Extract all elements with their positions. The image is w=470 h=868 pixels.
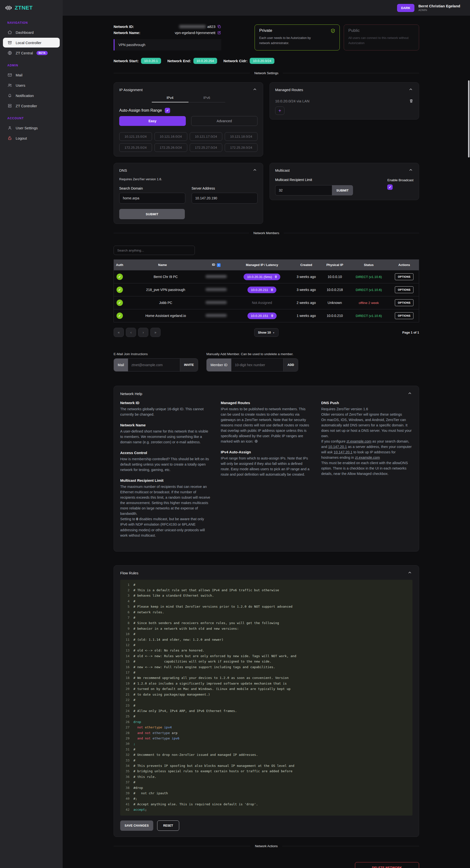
sidebar-item-zt-central[interactable]: ZT CentralBETA: [3, 48, 60, 58]
search-domain-input[interactable]: [119, 193, 185, 204]
dns-submit-button[interactable]: SUBMIT: [119, 209, 185, 219]
server-address-input[interactable]: [192, 193, 258, 204]
member-id-input[interactable]: [231, 359, 283, 371]
collapse-chevron-icon[interactable]: [407, 570, 412, 576]
delete-ip-icon[interactable]: [274, 275, 278, 278]
advanced-mode-button[interactable]: Advanced: [191, 116, 258, 126]
flow-rules-title: Flow Rules: [120, 571, 138, 575]
column-header-auth[interactable]: Auth: [114, 259, 126, 270]
sidebar-item-local-controller[interactable]: Local Controller: [3, 38, 60, 48]
copy-icon[interactable]: [217, 25, 221, 29]
members-search-input[interactable]: [113, 246, 195, 255]
add-member-button[interactable]: ADD: [283, 359, 298, 371]
ip-range-chip[interactable]: 10.121.18.0/24: [225, 132, 258, 141]
collapse-chevron-icon[interactable]: [408, 167, 413, 173]
collapse-chevron-icon[interactable]: [408, 87, 413, 92]
sidebar-item-label: Notification: [16, 94, 34, 98]
help-link[interactable]: 10.147.20.1: [334, 450, 352, 454]
help-column: Network IDThe networks globally unique 1…: [120, 401, 211, 544]
sidebar-item-user-settings[interactable]: User Settings: [3, 123, 60, 133]
enable-broadcast-checkbox[interactable]: ✓: [387, 184, 393, 190]
options-button[interactable]: OPTIONS: [395, 299, 413, 306]
ip-range-chip[interactable]: 10.121.16.0/24: [155, 132, 187, 141]
ip-range-chip[interactable]: 172.25.27.0/24: [190, 143, 223, 152]
delete-route-icon[interactable]: [409, 99, 413, 103]
auto-assign-checkbox[interactable]: ✓: [165, 108, 170, 113]
last-page-button[interactable]: »: [150, 328, 161, 337]
sidebar-item-mail[interactable]: Mail: [3, 70, 60, 80]
multicast-limit-input[interactable]: [275, 185, 332, 195]
options-button[interactable]: OPTIONS: [395, 286, 413, 293]
help-link[interactable]: zt.example.com: [355, 456, 380, 460]
options-button[interactable]: OPTIONS: [395, 312, 413, 319]
code-text: # turned on by default on Mac and Window…: [133, 686, 291, 692]
sidebar-item-notification[interactable]: Notification: [3, 91, 60, 100]
add-route-button[interactable]: +: [275, 106, 284, 115]
authorized-check-icon[interactable]: ✓: [116, 286, 123, 293]
delete-ip-icon[interactable]: [270, 314, 274, 317]
sidebar-item-zt-controller[interactable]: ZT Controller: [3, 101, 60, 111]
ip-range-chip[interactable]: 10.121.15.0/24: [119, 132, 152, 141]
authorized-check-icon[interactable]: ✓: [116, 312, 123, 319]
sidebar-item-dashboard[interactable]: Dashboard: [3, 27, 60, 37]
user-name: Bernt Christian Egeland: [418, 4, 460, 8]
sidebar-item-users[interactable]: Users: [3, 80, 60, 90]
ip-range-options: 10.121.15.0/2410.121.16.0/2410.121.17.0/…: [119, 132, 258, 152]
authorized-check-icon[interactable]: ✓: [116, 300, 123, 306]
collapse-chevron-icon[interactable]: [252, 167, 258, 173]
next-page-button[interactable]: ›: [138, 328, 148, 337]
sidebar-item-logout[interactable]: Logout: [3, 133, 60, 143]
theme-toggle-badge[interactable]: DARK: [397, 4, 415, 12]
delete-ip-icon[interactable]: [270, 288, 274, 291]
column-header-managed-ip-latency[interactable]: Managed IP / Latency: [233, 259, 291, 270]
table-row: ✓Bernt Chr I9 PC10.0.20.31 (5ms)3 weeks …: [114, 270, 419, 283]
network-description[interactable]: VPN passthrough: [113, 39, 221, 51]
ip-range-chip[interactable]: 172.25.25.0/24: [119, 143, 152, 152]
invite-email-input[interactable]: [128, 359, 180, 371]
ip-range-chip[interactable]: 10.121.17.0/24: [190, 132, 223, 141]
sort-descending-icon[interactable]: ▼: [217, 263, 221, 267]
easy-mode-button[interactable]: Easy: [119, 116, 186, 126]
code-line: 9# behavior in a network with both old a…: [120, 626, 412, 631]
user-icon: [7, 125, 12, 130]
column-header-physical-ip[interactable]: Physical IP: [322, 259, 348, 270]
globe-icon: [254, 439, 258, 443]
line-number: 15: [120, 659, 130, 664]
authorized-check-icon[interactable]: ✓: [116, 274, 123, 280]
collapse-chevron-icon[interactable]: [407, 391, 412, 396]
help-column: Managed RoutesIPv4 routes to be publishe…: [221, 401, 312, 544]
column-header-status[interactable]: Status: [348, 259, 390, 270]
user-menu[interactable]: Bernt Christian Egeland ADMIN: [418, 4, 460, 12]
save-changes-button[interactable]: SAVE CHANGES: [120, 820, 153, 831]
sidebar-item-label: Local Controller: [16, 41, 41, 45]
help-link[interactable]: zt.example.com: [347, 439, 372, 443]
edit-icon[interactable]: [217, 31, 221, 35]
tab-ipv4[interactable]: IPv4: [152, 96, 189, 102]
page-size-select[interactable]: Show 10▼: [254, 328, 278, 337]
delete-network-button[interactable]: DELETE NETWORK: [355, 862, 419, 868]
code-line: 28 and not ethertype arp: [120, 731, 412, 736]
reset-button[interactable]: RESET: [157, 820, 179, 831]
tab-ipv6[interactable]: IPv6: [189, 96, 225, 102]
collapse-chevron-icon[interactable]: [252, 87, 258, 92]
flow-rules-editor[interactable]: 1#2# This is a default rule set that all…: [120, 580, 412, 815]
column-header-name[interactable]: Name: [125, 259, 200, 270]
access-public-card[interactable]: Public All users can connect to this net…: [344, 25, 419, 51]
column-header-actions[interactable]: Actions: [390, 259, 419, 270]
prev-page-button[interactable]: ‹: [126, 328, 136, 337]
options-button[interactable]: OPTIONS: [395, 273, 413, 280]
help-section: Access ControlHow is membership controll…: [120, 451, 211, 472]
first-page-button[interactable]: «: [113, 328, 124, 337]
multicast-submit-button[interactable]: SUBMIT: [332, 185, 353, 195]
column-header-created[interactable]: Created: [291, 259, 322, 270]
help-link[interactable]: 10.147.20.1: [328, 445, 347, 449]
access-private-card[interactable]: Private Each user needs to be Autorizati…: [255, 25, 340, 51]
ip-range-chip[interactable]: 172.25.26.0/24: [155, 143, 187, 152]
page-scrollbar-thumb[interactable]: [468, 80, 470, 157]
code-text: #: [133, 697, 135, 703]
column-header-id[interactable]: ID▼: [200, 259, 233, 270]
code-text: accept;: [133, 807, 147, 812]
ip-range-chip[interactable]: 172.25.28.0/24: [225, 143, 258, 152]
app-logo[interactable]: ZTNET: [0, 0, 63, 16]
invite-button[interactable]: INVITE: [180, 359, 198, 371]
